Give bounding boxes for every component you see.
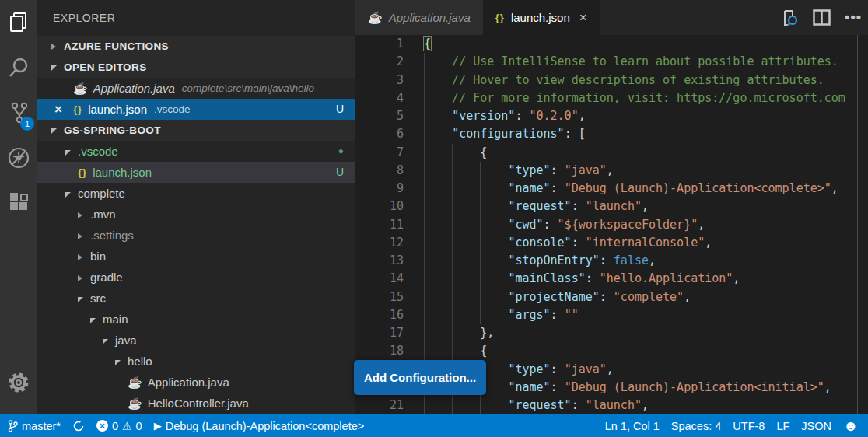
tab-close-icon[interactable]: × xyxy=(579,10,587,26)
debug-icon[interactable] xyxy=(0,135,37,180)
close-icon[interactable]: × xyxy=(54,99,73,120)
tree-folder-settings[interactable]: .settings xyxy=(37,225,355,246)
tree-file-launch-json[interactable]: {}launch.jsonU xyxy=(37,162,355,183)
activity-bar: 1 xyxy=(0,0,37,414)
line-number: 11 xyxy=(355,216,404,234)
add-configuration-button[interactable]: Add Configuration... xyxy=(354,360,486,395)
scm-badge: 1 xyxy=(20,117,34,131)
git-branch-item[interactable]: master* xyxy=(8,420,61,432)
code-line-8[interactable]: 8 "type": "java", xyxy=(355,162,868,180)
tree-file-hellocontroller-java[interactable]: ☕HelloController.java xyxy=(37,393,355,414)
git-branch-label: master* xyxy=(22,420,61,432)
twistie-collapsed-icon xyxy=(51,36,64,57)
tree-folder-java[interactable]: java xyxy=(37,330,355,351)
problems-item[interactable]: × 0 ⚠ 0 xyxy=(96,420,142,432)
line-number: 16 xyxy=(355,306,404,324)
code-line-5[interactable]: 5 "version": "0.2.0", xyxy=(355,107,868,125)
twistie-collapsed-icon xyxy=(78,204,90,225)
java-file-icon: ☕ xyxy=(128,372,142,393)
search-icon[interactable] xyxy=(0,45,37,90)
cursor-position[interactable]: Ln 1, Col 1 xyxy=(605,420,660,432)
twistie-expanded-icon xyxy=(65,141,78,162)
twistie-collapsed-icon xyxy=(78,225,90,246)
code-line-2[interactable]: 2 // Use IntelliSense to learn about pos… xyxy=(355,53,868,71)
line-number: 13 xyxy=(355,252,404,270)
twistie-expanded-icon xyxy=(90,309,103,330)
open-preview-icon[interactable] xyxy=(780,9,799,27)
git-branch-icon xyxy=(8,420,18,432)
tree-folder-mvn[interactable]: .mvn xyxy=(37,204,355,225)
warnings-count: 0 xyxy=(136,420,142,432)
sidebar-title: EXPLORER xyxy=(37,0,355,36)
section-azure-functions[interactable]: AZURE FUNCTIONS xyxy=(37,36,355,57)
more-actions-icon[interactable]: ••• xyxy=(845,9,862,26)
feedback-smiley-icon[interactable]: ☻ xyxy=(843,418,859,433)
tree-folder-bin[interactable]: bin xyxy=(37,246,355,267)
line-number: 5 xyxy=(355,107,404,125)
settings-gear-icon[interactable] xyxy=(0,360,37,405)
code-line-14[interactable]: 14 "mainClass": "hello.Application", xyxy=(355,270,868,288)
code-line-18[interactable]: 18 { xyxy=(355,342,868,360)
tab-launch-json[interactable]: {}launch.json× xyxy=(483,0,600,35)
debug-launch-item[interactable]: ▶ Debug (Launch)-Application<complete> xyxy=(154,420,365,432)
item-description: complete\src\main\java\hello xyxy=(182,78,314,99)
modified-dot: ● xyxy=(338,141,344,162)
tree-folder-hello[interactable]: hello xyxy=(37,351,355,372)
debug-config-label: Debug (Launch)-Application<complete> xyxy=(166,420,365,432)
editor-scrollbar[interactable] xyxy=(857,35,858,414)
twistie-expanded-icon xyxy=(115,351,128,372)
code-line-7[interactable]: 7 { xyxy=(355,144,868,162)
indentation[interactable]: Spaces: 4 xyxy=(671,420,722,432)
line-number: 9 xyxy=(355,180,404,198)
code-line-6[interactable]: 6 "configurations": [ xyxy=(355,125,868,143)
code-line-1[interactable]: 1{ xyxy=(355,35,868,53)
sync-icon xyxy=(72,420,85,432)
line-number: 6 xyxy=(355,125,404,143)
source-control-icon[interactable]: 1 xyxy=(0,90,37,135)
open-editor-launch-json[interactable]: ×{}launch.json.vscodeU xyxy=(37,99,355,120)
code-line-12[interactable]: 12 "console": "internalConsole", xyxy=(355,234,868,252)
code-line-10[interactable]: 10 "request": "launch", xyxy=(355,198,868,215)
code-line-21[interactable]: 21 "request": "launch", xyxy=(355,397,868,414)
explorer-tree: AZURE FUNCTIONSOPEN EDITORS☕Application.… xyxy=(37,36,355,414)
language-mode[interactable]: JSON xyxy=(801,420,831,432)
encoding[interactable]: UTF-8 xyxy=(733,420,765,432)
code-line-13[interactable]: 13 "stopOnEntry": false, xyxy=(355,252,868,270)
code-line-15[interactable]: 15 "projectName": "complete", xyxy=(355,288,868,306)
twistie-expanded-icon xyxy=(65,183,78,204)
code-editor[interactable]: 1{2 // Use IntelliSense to learn about p… xyxy=(355,35,868,414)
play-icon: ▶ xyxy=(154,420,162,432)
item-description: .vscode xyxy=(154,99,191,120)
code-line-17[interactable]: 17 }, xyxy=(355,324,868,342)
tab-application-java[interactable]: ☕Application.java xyxy=(355,0,483,35)
code-line-3[interactable]: 3 // Hover to view descriptions of exist… xyxy=(355,72,868,89)
code-line-9[interactable]: 9 "name": "Debug (Launch)-Application<co… xyxy=(355,180,868,198)
status-bar: master* × 0 ⚠ 0 ▶ Debug (Launch)-Applica… xyxy=(0,414,868,437)
explorer-icon[interactable] xyxy=(0,0,37,45)
eol-sequence[interactable]: LF xyxy=(776,420,789,432)
split-editor-icon[interactable] xyxy=(813,9,831,26)
twistie-collapsed-icon xyxy=(78,246,90,267)
section-open-editors[interactable]: OPEN EDITORS xyxy=(37,57,355,78)
code-line-11[interactable]: 11 "cwd": "${workspaceFolder}", xyxy=(355,216,868,234)
tree-folder-complete[interactable]: complete xyxy=(37,183,355,204)
twistie-expanded-icon xyxy=(78,288,90,309)
line-number: 3 xyxy=(355,72,404,89)
tree-folder-main[interactable]: main xyxy=(37,309,355,330)
java-file-icon: ☕ xyxy=(368,11,383,25)
line-number: 15 xyxy=(355,288,404,306)
open-editor-application-java[interactable]: ☕Application.javacomplete\src\main\java\… xyxy=(37,78,355,99)
code-line-4[interactable]: 4 // For more information, visit: https:… xyxy=(355,89,868,107)
code-line-16[interactable]: 16 "args": "" xyxy=(355,306,868,324)
vscode-window: 1 xyxy=(0,0,868,437)
line-number: 7 xyxy=(355,144,404,162)
line-number: 8 xyxy=(355,162,404,180)
sync-item[interactable] xyxy=(72,420,85,432)
tree-file-application-java[interactable]: ☕Application.java xyxy=(37,372,355,393)
section-gs-spring-boot[interactable]: GS-SPRING-BOOT xyxy=(37,120,355,141)
extensions-icon[interactable] xyxy=(0,180,37,225)
line-number: 17 xyxy=(355,324,404,342)
tree-folder-src[interactable]: src xyxy=(37,288,355,309)
tree-folder-vscode[interactable]: .vscode● xyxy=(37,141,355,162)
tree-folder-gradle[interactable]: gradle xyxy=(37,267,355,288)
